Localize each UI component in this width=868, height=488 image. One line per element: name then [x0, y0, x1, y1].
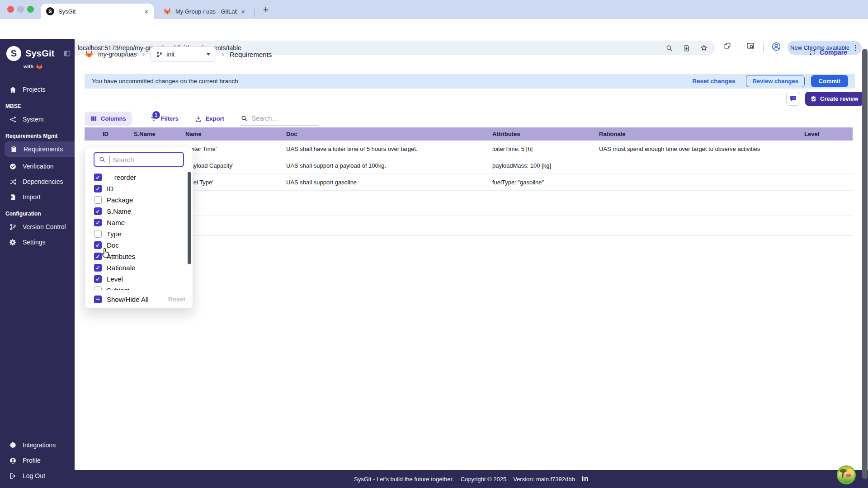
checkbox[interactable] [94, 241, 102, 249]
page-scrollbar[interactable] [862, 49, 868, 479]
text-caret [109, 156, 109, 164]
reset-changes-link[interactable]: Reset changes [692, 78, 735, 84]
breadcrumb: my-group/uas › init › Requirements [85, 45, 272, 63]
column-option-subject[interactable]: Subject [85, 285, 193, 290]
sidebar-item-projects[interactable]: Projects [0, 82, 75, 97]
tab-sysgit[interactable]: S SysGit × [41, 4, 154, 19]
close-tab-icon[interactable]: × [241, 8, 245, 15]
create-review-label: Create review [820, 95, 859, 102]
column-option-sname[interactable]: S.Name [85, 206, 193, 217]
filters-count-badge: 1 [152, 111, 160, 119]
search-input[interactable] [252, 115, 311, 122]
fullscreen-window-button[interactable] [27, 6, 34, 13]
checkbox[interactable] [94, 185, 102, 192]
show-hide-all-checkbox[interactable] [94, 296, 102, 303]
sidebar-item-requirements[interactable]: Requirements [5, 141, 75, 157]
table-header-row: ID S.Name Name Doc Attributes Rationale … [85, 127, 853, 141]
column-option-level[interactable]: Level [85, 273, 193, 285]
close-window-button[interactable] [7, 6, 14, 13]
column-option-label: Name [107, 219, 125, 226]
dropdown-search-input[interactable] [113, 156, 176, 164]
tab-separator [255, 9, 255, 17]
sidebar-item-settings[interactable]: Settings [0, 235, 75, 250]
column-option-type[interactable]: Type [85, 228, 193, 239]
column-option-label: Type [107, 230, 122, 238]
git-branch-icon [156, 51, 163, 58]
island-widget-icon[interactable] [837, 465, 856, 484]
save-page-icon[interactable] [683, 44, 690, 52]
dropdown-scrollbar[interactable] [188, 172, 191, 264]
puzzle-icon [9, 441, 17, 449]
with-label: with [24, 64, 33, 69]
checkbox[interactable] [94, 219, 102, 226]
checkbox[interactable] [94, 275, 102, 283]
bookmark-star-icon[interactable] [700, 44, 708, 52]
sidebar-item-verification[interactable]: Verification [0, 159, 75, 174]
column-option-id[interactable]: ID [85, 183, 193, 194]
checkbox[interactable] [94, 207, 102, 215]
extensions-icon[interactable] [723, 42, 731, 50]
profile-avatar-icon[interactable] [771, 42, 781, 52]
checkbox[interactable] [94, 253, 102, 260]
branch-selector[interactable]: init [150, 47, 216, 62]
tab-title: SysGit [58, 8, 141, 15]
column-option-package[interactable]: Package [85, 194, 193, 206]
sidebar-item-integrations[interactable]: Integrations [0, 437, 75, 453]
breadcrumb-project[interactable]: my-group/uas [98, 51, 137, 58]
commit-button[interactable]: Commit [811, 75, 848, 87]
table-row[interactable]: 'Loiter Time' UAS shall have a loiter ti… [85, 141, 853, 157]
column-header-rationale[interactable]: Rationale [592, 131, 796, 137]
checkbox[interactable] [94, 264, 102, 272]
create-review-button[interactable]: Create review [805, 92, 863, 106]
sidebar-item-logout[interactable]: Log Out [0, 468, 75, 483]
column-header-attributes[interactable]: Attributes [484, 131, 592, 137]
export-button[interactable]: Export [195, 115, 224, 122]
filters-button[interactable]: 1 Filters [150, 115, 179, 122]
column-option-rationale[interactable]: Rationale [85, 262, 193, 273]
compare-button[interactable]: Compare [809, 49, 847, 56]
minimize-window-button[interactable] [17, 6, 24, 13]
column-option-name[interactable]: Name [85, 217, 193, 228]
download-icon [195, 115, 202, 122]
footer-tagline: SysGit - Let's build the future together… [354, 476, 454, 483]
column-option-reorder[interactable]: __reorder__ [85, 172, 193, 183]
git-branch-icon [9, 223, 17, 231]
columns-label: Columns [101, 115, 126, 122]
search-icon [99, 156, 106, 163]
new-tab-button[interactable]: + [259, 4, 272, 17]
dropdown-search[interactable] [94, 152, 184, 167]
tab-gitlab[interactable]: My Group / uas · GitLab × [158, 4, 250, 19]
system-network-icon [9, 116, 17, 123]
columns-button[interactable]: Columns [85, 112, 132, 126]
table-row[interactable]: 'Payload Capacity' UAS shall support a p… [85, 157, 853, 174]
column-header-doc[interactable]: Doc [276, 131, 484, 137]
checkbox[interactable] [94, 174, 102, 181]
checkbox[interactable] [94, 230, 102, 238]
column-header-sname[interactable]: S.Name [127, 131, 176, 137]
collapse-sidebar-icon[interactable] [63, 50, 71, 57]
review-changes-button[interactable]: Review changes [746, 75, 804, 87]
column-header-level[interactable]: Level [796, 131, 853, 137]
sidebar-item-profile[interactable]: Profile [0, 453, 75, 468]
table-search[interactable] [241, 112, 318, 126]
reset-columns-button[interactable]: Reset [168, 296, 185, 303]
cell-rationale: UAS must spend enough time over target t… [592, 145, 796, 152]
checkbox[interactable] [94, 196, 102, 204]
checkbox[interactable] [94, 286, 102, 290]
column-header-id[interactable]: ID [85, 131, 127, 137]
comments-button[interactable] [786, 92, 800, 106]
sidebar-item-system[interactable]: System [0, 112, 75, 127]
close-tab-icon[interactable]: × [144, 8, 148, 15]
table-row[interactable]: 'Fuel Type' UAS shall support gasoline f… [85, 174, 853, 191]
zoom-icon[interactable] [665, 44, 673, 52]
search-tabs-icon[interactable] [746, 42, 755, 51]
sidebar-item-dependencies[interactable]: Dependencies [0, 174, 75, 189]
linkedin-icon[interactable]: in [582, 475, 589, 483]
browser-menu-icon[interactable]: ⋮ [852, 44, 859, 52]
column-option-label: Attributes [107, 253, 135, 260]
sidebar-item-import[interactable]: Import [0, 189, 75, 205]
import-icon [9, 193, 17, 201]
sidebar-item-version-control[interactable]: Version Control [0, 219, 75, 235]
column-header-name[interactable]: Name [176, 131, 276, 137]
sidebar-item-label: Projects [23, 86, 46, 93]
